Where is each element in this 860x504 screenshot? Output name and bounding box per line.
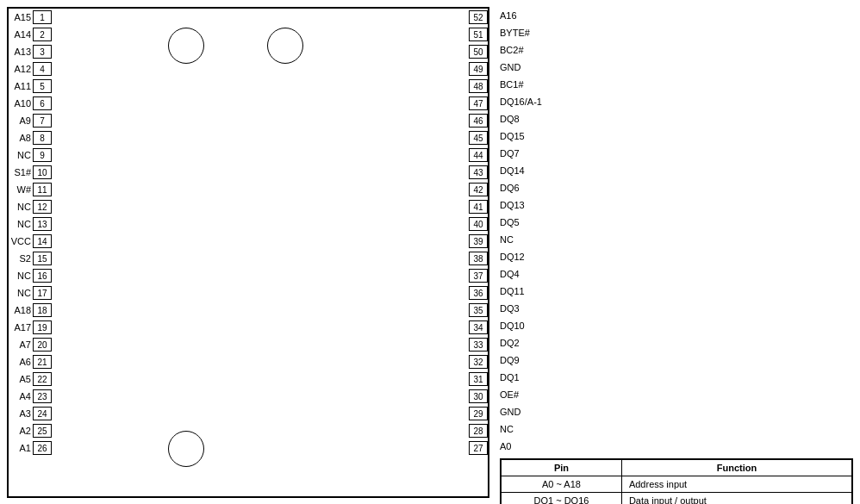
right-label-row: NC (500, 231, 853, 248)
right-label-row: DQ10 (500, 317, 853, 334)
left-pin-box: 24 (33, 407, 52, 420)
right-pin-row: 28 (469, 422, 488, 439)
left-pin-box: 4 (33, 62, 52, 76)
left-pin-box: 5 (33, 79, 52, 93)
right-pin-row: 37 (469, 267, 488, 284)
left-pin-label: A4 (9, 391, 33, 401)
left-pin-box: 11 (33, 183, 52, 196)
left-pin-label: A8 (9, 133, 33, 143)
right-pin-row: 32 (469, 353, 488, 370)
right-pin-row: 30 (469, 388, 488, 405)
left-pin-label: A14 (9, 29, 33, 40)
left-pin-box: 26 (33, 441, 52, 455)
left-pin-row: A151 (9, 9, 52, 26)
right-pin-box: 27 (469, 441, 488, 455)
right-pin-row: 33 (469, 336, 488, 353)
left-pins: A151A142A133A124A115A106A97A88NC9S1#10W#… (9, 9, 52, 457)
left-pin-row: A225 (9, 422, 52, 439)
right-pin-row: 41 (469, 198, 488, 215)
right-pin-box: 34 (469, 320, 488, 334)
right-pin-row: 45 (469, 129, 488, 146)
right-label-row: GND (500, 403, 853, 420)
right-pin-row: 49 (469, 60, 488, 78)
left-pin-row: S215 (9, 250, 52, 267)
right-pin-row: 52 (469, 9, 488, 26)
right-pin-box: 45 (469, 131, 488, 145)
left-pin-row: A97 (9, 112, 52, 129)
left-pin-box: 21 (33, 355, 52, 369)
right-pin-box: 46 (469, 114, 488, 128)
left-pin-label: A5 (9, 374, 33, 384)
circle-top-right (267, 28, 303, 64)
right-pin-box: 28 (469, 424, 488, 438)
left-pin-row: A1818 (9, 302, 52, 319)
right-pin-row: 40 (469, 215, 488, 233)
left-pin-label: VCC (9, 236, 33, 246)
table-row: DQ1 ~ DQ16Data input / output (501, 493, 852, 505)
right-pin-box: 51 (469, 28, 488, 41)
right-pin-row: 29 (469, 405, 488, 422)
table-cell-pin: A0 ~ A18 (501, 476, 621, 493)
right-pin-box: 37 (469, 269, 488, 283)
left-pin-label: NC (9, 219, 33, 229)
right-pin-box: 42 (469, 183, 488, 196)
left-pin-row: A720 (9, 336, 52, 353)
right-label-row: DQ1 (500, 369, 853, 386)
right-pin-row: 43 (469, 164, 488, 181)
table-row: A0 ~ A18Address input (501, 476, 852, 493)
left-pin-box: 3 (33, 45, 52, 59)
right-pin-box: 29 (469, 407, 488, 420)
left-pin-row: NC12 (9, 198, 52, 215)
left-pin-label: NC (9, 271, 33, 281)
left-pin-label: A11 (9, 81, 33, 91)
right-pin-row: 46 (469, 112, 488, 129)
left-pin-box: 9 (33, 148, 52, 162)
table-header-function: Function (621, 459, 852, 476)
left-pin-box: 17 (33, 286, 52, 300)
left-pin-box: 1 (33, 10, 52, 24)
left-pin-box: 19 (33, 320, 52, 334)
right-pin-row: 27 (469, 439, 488, 457)
right-label-row: GND (500, 59, 853, 76)
right-pin-row: 51 (469, 26, 488, 43)
left-pin-label: A1 (9, 443, 33, 453)
right-pin-box: 40 (469, 217, 488, 231)
left-pin-row: A423 (9, 388, 52, 405)
left-pin-row: NC16 (9, 267, 52, 284)
right-label-row: A16 (500, 7, 853, 24)
right-pin-row: 44 (469, 146, 488, 164)
left-pin-label: W# (9, 184, 33, 195)
right-labels-col: A16BYTE#BC2#GNDBC1#DQ16/A-1DQ8DQ15DQ7DQ1… (500, 7, 853, 455)
right-pin-row: 47 (469, 95, 488, 112)
right-pin-row: 50 (469, 43, 488, 60)
chip-diagram: A151A142A133A124A115A106A97A88NC9S1#10W#… (7, 7, 489, 498)
left-pin-box: 7 (33, 114, 52, 128)
left-pin-row: A88 (9, 129, 52, 146)
left-pin-label: NC (9, 150, 33, 160)
left-pin-box: 13 (33, 217, 52, 231)
left-pin-box: 23 (33, 389, 52, 403)
right-label-row: DQ11 (500, 283, 853, 300)
left-pin-label: S1# (9, 167, 33, 177)
left-pin-row: VCC14 (9, 233, 52, 250)
right-pin-row: 39 (469, 233, 488, 250)
left-pin-label: A7 (9, 339, 33, 350)
right-pin-box: 48 (469, 79, 488, 93)
left-pin-label: A10 (9, 98, 33, 109)
left-pin-label: A15 (9, 12, 33, 22)
right-label-row: DQ6 (500, 179, 853, 196)
left-pin-box: 25 (33, 424, 52, 438)
right-label-row: BC2# (500, 41, 853, 59)
table-cell-function: Address input (621, 476, 852, 493)
left-pin-label: A17 (9, 322, 33, 333)
right-pin-row: 35 (469, 302, 488, 319)
left-pin-label: A2 (9, 426, 33, 436)
left-pin-box: 14 (33, 234, 52, 248)
left-pin-label: NC (9, 202, 33, 212)
right-pin-box: 44 (469, 148, 488, 162)
right-pin-box: 49 (469, 62, 488, 76)
table-cell-pin: DQ1 ~ DQ16 (501, 493, 621, 505)
right-label-row: BYTE# (500, 24, 853, 41)
right-pin-box: 39 (469, 234, 488, 248)
right-label-row: BC1# (500, 76, 853, 93)
